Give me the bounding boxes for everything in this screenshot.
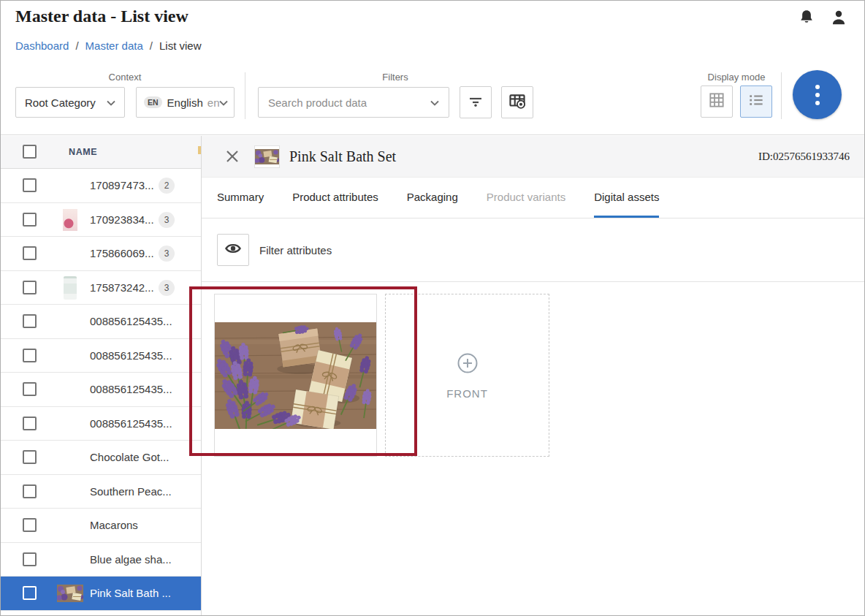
list-item[interactable]: Pink Salt Bath ... (1, 577, 201, 611)
breadcrumb-item: List view (159, 39, 202, 52)
row-checkbox[interactable] (23, 281, 37, 294)
page-title: Master data - List view (15, 7, 188, 26)
row-badge: 3 (159, 212, 175, 228)
row-name: 175873242... (90, 271, 154, 304)
filter-button[interactable] (460, 86, 492, 118)
row-checkbox[interactable] (23, 213, 37, 227)
row-checkbox[interactable] (23, 178, 37, 192)
product-thumbnail (254, 145, 280, 168)
row-checkbox[interactable] (23, 417, 37, 430)
product-rows: 170897473... 2 170923834... 3 175866069.… (1, 169, 201, 611)
row-checkbox[interactable] (23, 246, 37, 260)
list-item[interactable]: Southern Peac... (1, 475, 201, 509)
row-name: 008856125435... (90, 407, 172, 440)
tab-digital-assets[interactable]: Digital assets (594, 178, 659, 218)
row-checkbox[interactable] (23, 484, 37, 498)
column-visibility-button[interactable] (501, 86, 533, 118)
list-item[interactable]: Macarons (1, 509, 201, 543)
row-name: 170923834... (90, 203, 154, 236)
digital-assets-area: FRONT (202, 282, 864, 616)
row-name: Southern Peac... (90, 475, 172, 508)
detail-header: Pink Salt Bath Set ID:02576561933746 (202, 136, 864, 178)
more-actions-icon (815, 83, 820, 107)
product-id: ID:02576561933746 (758, 151, 850, 163)
row-checkbox[interactable] (23, 552, 37, 566)
row-name: 008856125435... (90, 339, 172, 372)
select-all-checkbox[interactable] (23, 145, 37, 159)
category-select-value: Root Category (25, 96, 96, 109)
breadcrumb-separator: / (75, 39, 78, 52)
breadcrumb-item[interactable]: Dashboard (15, 39, 69, 52)
tab-summary[interactable]: Summary (217, 178, 264, 218)
product-list-panel: NAME 170897473... 2 170923834... 3 17586… (1, 136, 202, 615)
attributes-toolbar: Filter attributes (202, 218, 864, 282)
row-thumbnail (64, 276, 77, 300)
filters-group-label: Filters (258, 72, 533, 83)
columns-visibility-icon (508, 91, 527, 113)
list-item[interactable]: Chocolate Got... (1, 441, 201, 475)
more-actions-button[interactable] (793, 70, 842, 119)
row-badge: 2 (159, 178, 175, 194)
person-icon[interactable] (829, 8, 848, 27)
chevron-down-icon (219, 96, 228, 109)
chevron-down-icon (430, 96, 439, 109)
list-item[interactable]: Blue algae sha... (1, 543, 201, 577)
row-name: 008856125435... (90, 373, 172, 406)
row-checkbox[interactable] (23, 450, 37, 464)
top-icon-bar (797, 8, 848, 27)
row-name: Pink Salt Bath ... (90, 577, 171, 609)
content-area: NAME 170897473... 2 170923834... 3 17586… (1, 134, 864, 615)
category-select[interactable]: Root Category (15, 87, 125, 118)
row-checkbox[interactable] (23, 349, 37, 362)
search-placeholder: Search product data (268, 96, 367, 109)
row-checkbox[interactable] (23, 518, 37, 532)
row-name: Blue algae sha... (90, 543, 172, 576)
asset-upload-slot-front[interactable]: FRONT (385, 294, 549, 457)
filter-attributes-button[interactable] (217, 234, 249, 266)
row-checkbox[interactable] (23, 382, 37, 396)
tab-packaging[interactable]: Packaging (407, 178, 458, 218)
list-header: NAME (1, 136, 201, 169)
add-icon (455, 351, 480, 379)
list-view-button[interactable] (740, 85, 772, 118)
close-icon[interactable] (224, 148, 240, 164)
product-detail-panel: Pink Salt Bath Set ID:02576561933746 Sum… (202, 136, 864, 615)
language-select-value: English (167, 96, 203, 109)
list-item[interactable]: 175873242... 3 (1, 271, 201, 305)
app-window: Master data - List view Dashboard/Master… (0, 0, 865, 616)
list-view-icon (747, 91, 766, 113)
grid-view-icon (707, 91, 726, 113)
panel-resize-marker (198, 146, 201, 154)
chevron-down-icon (107, 96, 115, 109)
row-name: Chocolate Got... (90, 441, 169, 474)
row-name: 175866069... (90, 237, 154, 270)
search-input[interactable]: Search product data (258, 87, 449, 118)
language-select[interactable]: EN English en (136, 87, 235, 118)
row-checkbox[interactable] (23, 586, 37, 600)
list-item[interactable]: 175866069... 3 (1, 237, 201, 271)
asset-slot-label: FRONT (446, 387, 488, 400)
list-item[interactable]: 008856125435... (1, 305, 201, 339)
row-name: Macarons (90, 509, 138, 541)
breadcrumb-item[interactable]: Master data (85, 39, 143, 52)
language-badge: EN (144, 96, 162, 108)
row-checkbox[interactable] (23, 314, 37, 328)
list-item[interactable]: 008856125435... (1, 407, 201, 441)
list-item[interactable]: 170897473... 2 (1, 169, 201, 203)
list-item[interactable]: 008856125435... (1, 373, 201, 407)
context-group-label: Context (15, 72, 235, 83)
product-title: Pink Salt Bath Set (289, 148, 396, 165)
toolbar-divider (245, 72, 245, 119)
bell-icon[interactable] (797, 8, 816, 27)
tab-product-attributes[interactable]: Product attributes (292, 178, 378, 218)
list-item[interactable]: 170923834... 3 (1, 203, 201, 237)
row-thumbnail (57, 585, 83, 602)
asset-card-lavender-photo[interactable] (214, 294, 377, 457)
language-code: en (207, 96, 220, 109)
grid-view-button[interactable] (701, 85, 733, 118)
row-name: 170897473... (90, 169, 154, 202)
row-name: 008856125435... (90, 305, 172, 338)
toolbar-divider (781, 72, 782, 119)
list-item[interactable]: 008856125435... (1, 339, 201, 373)
row-thumbnail (63, 209, 77, 231)
